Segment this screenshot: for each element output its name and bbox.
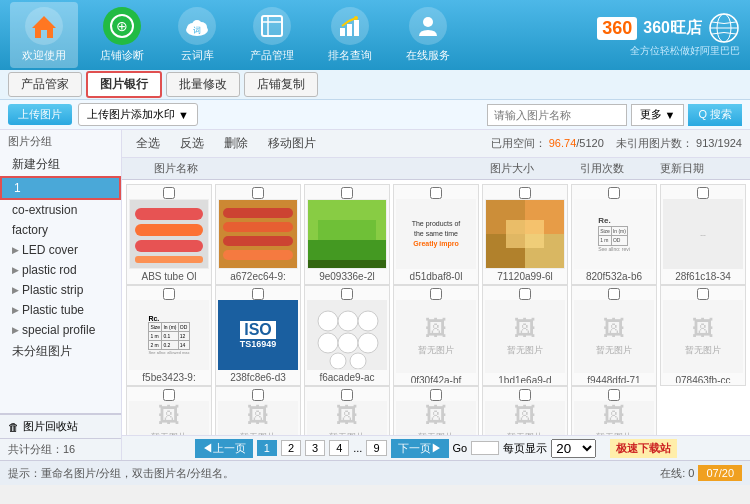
img-checkbox-r2-1[interactable] <box>163 288 175 300</box>
svg-text:⊕: ⊕ <box>116 18 128 34</box>
globe-icon <box>708 12 740 44</box>
img-cell-r2-7[interactable]: 🖼 暂无图片 078463fb-cc <box>660 285 746 386</box>
prev-page-btn[interactable]: ◀上一页 <box>195 439 253 458</box>
go-input[interactable] <box>471 441 499 455</box>
watermark-btn[interactable]: 上传图片添加水印 ▼ <box>78 103 198 126</box>
img-cell-r3-6[interactable]: 🖼 暂无图片 f7c4ad56-02 <box>571 386 657 435</box>
img-checkbox-5[interactable] <box>519 187 531 199</box>
action-select-all[interactable]: 全选 <box>130 133 166 154</box>
img-checkbox-r3-5[interactable] <box>519 389 531 401</box>
sidebar-label-strip: Plastic strip <box>22 283 83 297</box>
page-btn-2[interactable]: 2 <box>281 440 301 456</box>
img-cell-r2-6[interactable]: 🖼 暂无图片 f9448dfd-71 <box>571 285 657 386</box>
sidebar-item-plastic-tube[interactable]: ▶ Plastic tube <box>0 300 121 320</box>
sidebar-arrow-special: ▶ <box>12 325 19 335</box>
img-checkbox-1[interactable] <box>163 187 175 199</box>
page-btn-3[interactable]: 3 <box>305 440 325 456</box>
nav-ranking[interactable]: 排名查询 <box>316 2 384 68</box>
img-cell-7[interactable]: … 28f61c18-34 <box>660 184 746 285</box>
img-checkbox-r3-2[interactable] <box>252 389 264 401</box>
img-checkbox-r2-6[interactable] <box>608 288 620 300</box>
sidebar-new-group[interactable]: 新建分组 <box>0 153 121 176</box>
img-checkbox-r3-3[interactable] <box>341 389 353 401</box>
watermark-label: 上传图片添加水印 <box>87 107 175 122</box>
img-cell-r2-5[interactable]: 🖼 暂无图片 1bd1e6a9-d <box>482 285 568 386</box>
img-cell-abs-tube[interactable]: ABS tube Ol <box>126 184 212 285</box>
img-checkbox-r2-4[interactable] <box>430 288 442 300</box>
sidebar-item-factory[interactable]: factory <box>0 220 121 240</box>
img-checkbox-r3-4[interactable] <box>430 389 442 401</box>
sidebar-label-1: 1 <box>14 181 21 195</box>
svg-rect-22 <box>135 240 203 252</box>
nav-product[interactable]: 产品管理 <box>238 2 306 68</box>
img-checkbox-r2-5[interactable] <box>519 288 531 300</box>
page-btn-4[interactable]: 4 <box>329 440 349 456</box>
img-checkbox-7[interactable] <box>697 187 709 199</box>
tab-imgbank[interactable]: 图片银行 <box>86 71 162 98</box>
img-checkbox-2[interactable] <box>252 187 264 199</box>
img-thumb-r2-3 <box>307 300 387 370</box>
search-input[interactable] <box>487 104 627 126</box>
action-move[interactable]: 移动图片 <box>262 133 322 154</box>
img-cell-r3-4[interactable]: 🖼 暂无图片 1e79a0ee-ae <box>393 386 479 435</box>
page-btn-1[interactable]: 1 <box>257 440 277 456</box>
img-checkbox-6[interactable] <box>608 187 620 199</box>
action-invert[interactable]: 反选 <box>174 133 210 154</box>
sidebar-item-co-extrusion[interactable]: co-extrusion <box>0 200 121 220</box>
abs-tube-img <box>130 200 208 268</box>
img-checkbox-3[interactable] <box>341 187 353 199</box>
page-btn-9[interactable]: 9 <box>366 440 386 456</box>
nav-service[interactable]: 在线服务 <box>394 2 462 68</box>
upload-button[interactable]: 上传图片 <box>8 104 72 125</box>
svg-rect-38 <box>506 220 544 248</box>
nav-welcome[interactable]: 欢迎使用 <box>10 2 78 68</box>
sidebar-label-led: LED cover <box>22 243 78 257</box>
img-cell-4[interactable]: The products of the same time Greatly im… <box>393 184 479 285</box>
img-cell-5[interactable]: 71120a99-6l <box>482 184 568 285</box>
img-cell-r3-2[interactable]: 🖼 暂无图片 5fba45d3-ec <box>215 386 301 435</box>
img-thumb-r3-1: 🖼 暂无图片 <box>129 401 209 435</box>
tab-batch[interactable]: 批量修改 <box>166 72 240 97</box>
img-cell-6[interactable]: Re. SizeIn (m) 1 mOD See allno: revi 820… <box>571 184 657 285</box>
nav-wordbank[interactable]: 词 云词库 <box>166 2 228 68</box>
next-page-btn[interactable]: 下一页▶ <box>391 439 449 458</box>
img-checkbox-r2-7[interactable] <box>697 288 709 300</box>
img-thumb-r2-7: 🖼 暂无图片 <box>663 300 743 373</box>
img-checkbox-r2-2[interactable] <box>252 288 264 300</box>
action-delete[interactable]: 删除 <box>218 133 254 154</box>
img-checkbox-r3-1[interactable] <box>163 389 175 401</box>
recycle-label: 图片回收站 <box>23 419 78 434</box>
img-thumb-r2-5: 🖼 暂无图片 <box>485 300 565 373</box>
svg-rect-8 <box>262 16 282 36</box>
img-cell-r2-3[interactable]: f6acade9-ac <box>304 285 390 386</box>
img-cell-r3-3[interactable]: 🖼 暂无图片 8efd04f3-c3 <box>304 386 390 435</box>
sidebar-item-1[interactable]: 1 <box>0 176 121 200</box>
tab-copy[interactable]: 店铺复制 <box>244 72 318 97</box>
img-cell-3[interactable]: 9e09336e-2l <box>304 184 390 285</box>
content-toolbar: 全选 反选 删除 移动图片 已用空间： 96.74/5120 未引用图片数： 9… <box>122 130 750 158</box>
ranking-icon <box>336 12 364 40</box>
sidebar-item-unclassified[interactable]: 未分组图片 <box>0 340 121 363</box>
sidebar-item-plastic-strip[interactable]: ▶ Plastic strip <box>0 280 121 300</box>
img-checkbox-4[interactable] <box>430 187 442 199</box>
image-row-3: 🖼 暂无图片 eabf4cd6-81 🖼 暂无图片 5fba45d3-ec <box>126 386 746 435</box>
img-cell-r2-2[interactable]: ISO TS16949 238fc8e6-d3 <box>215 285 301 386</box>
img-cell-r3-1[interactable]: 🖼 暂无图片 eabf4cd6-81 <box>126 386 212 435</box>
nav-diagnose[interactable]: ⊕ 店铺诊断 <box>88 2 156 68</box>
per-page-select[interactable]: 20 50 100 <box>551 439 596 458</box>
img-cell-2[interactable]: a672ec64-9: <box>215 184 301 285</box>
image-row-1: ABS tube Ol a672ec64-9: <box>126 184 746 285</box>
sidebar-item-led[interactable]: ▶ LED cover <box>0 240 121 260</box>
img-cell-r3-5[interactable]: 🖼 暂无图片 60a10a08-ef <box>482 386 568 435</box>
img-cell-r2-4[interactable]: 🖼 暂无图片 0f30f42a-bf <box>393 285 479 386</box>
img-cell-r2-1[interactable]: Rc. SizeIn (m)OD 1 m0.112 2 m0.214 See a… <box>126 285 212 386</box>
search-button[interactable]: Q 搜索 <box>688 104 742 126</box>
img-checkbox-r2-3[interactable] <box>341 288 353 300</box>
more-button[interactable]: 更多 ▼ <box>631 104 684 126</box>
sidebar-item-special[interactable]: ▶ special profile <box>0 320 121 340</box>
recycle-bin[interactable]: 🗑 图片回收站 <box>0 414 121 438</box>
tab-manager[interactable]: 产品管家 <box>8 72 82 97</box>
svg-point-45 <box>358 333 378 353</box>
img-checkbox-r3-6[interactable] <box>608 389 620 401</box>
sidebar-item-plastic-rod[interactable]: ▶ plastic rod <box>0 260 121 280</box>
